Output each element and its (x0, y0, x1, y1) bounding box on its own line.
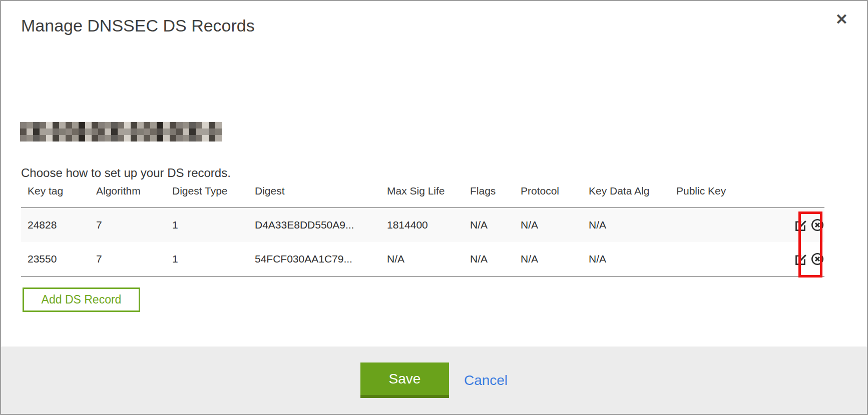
col-header-digest-type: Digest Type (166, 185, 248, 208)
cell-digest: 54FCF030AA1C79... (248, 242, 380, 276)
close-icon[interactable]: ✕ (835, 12, 848, 27)
cell-key-tag: 24828 (21, 208, 90, 242)
cell-key-tag: 23550 (21, 242, 90, 276)
cell-flags: N/A (464, 208, 514, 242)
table-row: 23550 7 1 54FCF030AA1C79... N/A N/A N/A … (21, 242, 824, 276)
table-row: 24828 7 1 D4A33E8DD550A9... 1814400 N/A … (21, 208, 824, 242)
instruction-text: Choose how to set up your DS records. (21, 166, 231, 180)
cell-digest: D4A33E8DD550A9... (248, 208, 380, 242)
cell-flags: N/A (464, 242, 514, 276)
cell-protocol: N/A (514, 208, 582, 242)
cell-key-data-alg: N/A (582, 208, 670, 242)
add-ds-record-button[interactable]: Add DS Record (23, 288, 140, 312)
col-header-actions (776, 185, 824, 208)
col-header-digest: Digest (248, 185, 380, 208)
col-header-key-data-alg: Key Data Alg (582, 185, 670, 208)
page-title: Manage DNSSEC DS Records (21, 16, 255, 36)
manage-dnssec-dialog: Manage DNSSEC DS Records ✕ Choose how to… (0, 0, 868, 415)
cancel-link[interactable]: Cancel (464, 372, 508, 388)
col-header-public-key: Public Key (670, 185, 776, 208)
cell-digest-type: 1 (166, 208, 248, 242)
col-header-key-tag: Key tag (21, 185, 90, 208)
ds-records-table: Key tag Algorithm Digest Type Digest Max… (21, 185, 824, 277)
cell-public-key (670, 242, 776, 276)
col-header-algorithm: Algorithm (90, 185, 166, 208)
cell-digest-type: 1 (166, 242, 248, 276)
cell-max-sig-life: N/A (380, 242, 464, 276)
delete-icon[interactable] (810, 218, 824, 232)
cell-public-key (670, 208, 776, 242)
redacted-domain-name (20, 122, 222, 142)
save-button[interactable]: Save (360, 362, 449, 398)
col-header-max-sig-life: Max Sig Life (380, 185, 464, 208)
cell-algorithm: 7 (90, 242, 166, 276)
cell-algorithm: 7 (90, 208, 166, 242)
dialog-footer: Save Cancel (1, 346, 867, 414)
cell-max-sig-life: 1814400 (380, 208, 464, 242)
delete-icon[interactable] (810, 252, 824, 266)
edit-icon[interactable] (793, 252, 807, 266)
table-header-row: Key tag Algorithm Digest Type Digest Max… (21, 185, 824, 208)
col-header-protocol: Protocol (514, 185, 582, 208)
cell-key-data-alg: N/A (582, 242, 670, 276)
col-header-flags: Flags (464, 185, 514, 208)
cell-protocol: N/A (514, 242, 582, 276)
edit-icon[interactable] (793, 218, 807, 232)
